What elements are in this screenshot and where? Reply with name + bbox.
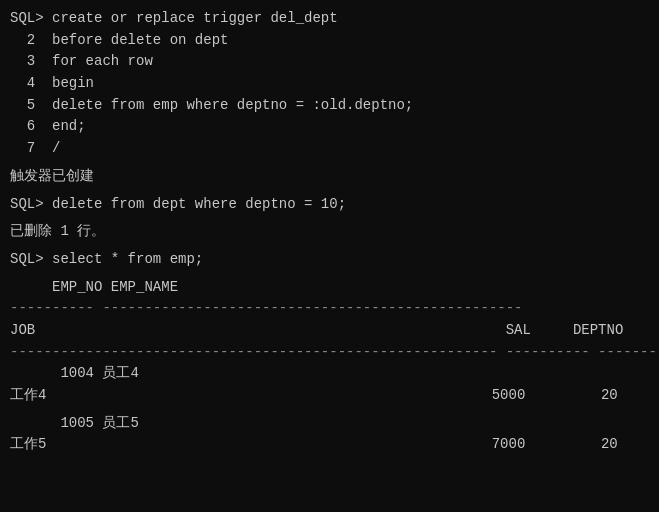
divider-1: ---------- -----------------------------…: [10, 298, 649, 320]
row-2b: 工作5 7000 20: [10, 434, 649, 456]
line-2: 2 before delete on dept: [10, 30, 649, 52]
row-2a: 1005 员工5: [10, 413, 649, 435]
col-header-2: JOB SAL DEPTNO: [10, 320, 649, 342]
row-1a: 1004 员工4: [10, 363, 649, 385]
line-7: 7 /: [10, 138, 649, 160]
line-4: 4 begin: [10, 73, 649, 95]
delete-cmd: SQL> delete from dept where deptno = 10;: [10, 194, 649, 216]
line-3: 3 for each row: [10, 51, 649, 73]
line-5: 5 delete from emp where deptno = :old.de…: [10, 95, 649, 117]
trigger-created: 触发器已创建: [10, 166, 649, 188]
row-1b: 工作4 5000 20: [10, 385, 649, 407]
prompt-2: SQL> delete from dept where deptno = 10;: [10, 196, 346, 212]
select-cmd: SQL> select * from emp;: [10, 249, 649, 271]
prompt-3: SQL> select * from emp;: [10, 251, 203, 267]
line-1: SQL> create or replace trigger del_dept: [10, 8, 649, 30]
divider-2: ----------------------------------------…: [10, 342, 649, 364]
prompt-1: SQL> create or replace trigger del_dept: [10, 10, 338, 26]
terminal: SQL> create or replace trigger del_dept …: [0, 0, 659, 512]
delete-result: 已删除 1 行。: [10, 221, 649, 243]
col-header-1: EMP_NO EMP_NAME: [10, 277, 649, 299]
line-6: 6 end;: [10, 116, 649, 138]
